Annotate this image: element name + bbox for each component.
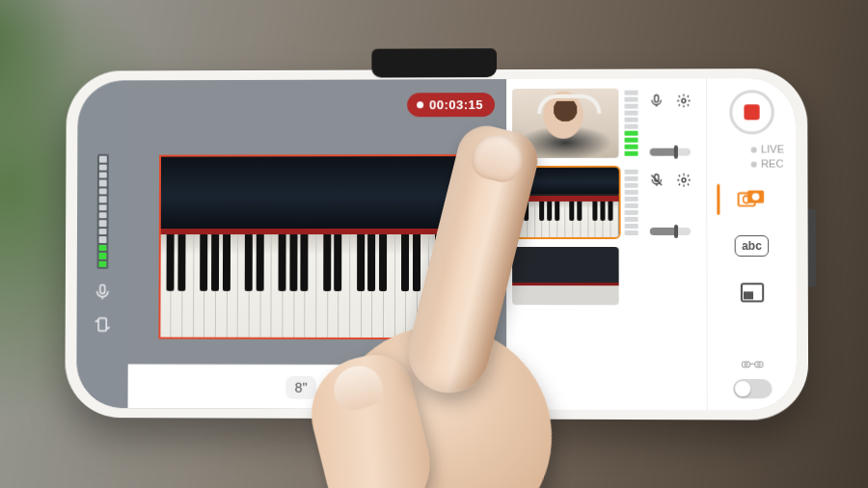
gain-slider-2[interactable]: [650, 228, 691, 235]
master-vu-meter: [96, 154, 108, 269]
source-row-2: [512, 168, 700, 237]
svg-point-3: [682, 98, 686, 102]
recording-time-pill: 00:03:15: [407, 93, 495, 117]
source-vu-2: [625, 168, 638, 237]
svg-rect-13: [742, 362, 749, 367]
svg-rect-1: [98, 318, 106, 331]
stop-square-icon: [744, 104, 759, 120]
camera-link-toggle[interactable]: [732, 379, 772, 398]
source-row-3: [512, 247, 700, 305]
mic-icon[interactable]: [93, 283, 112, 302]
app-screen: 00:03:15: [76, 78, 797, 410]
camera-link-group: [732, 354, 772, 399]
recording-elapsed: 00:03:15: [429, 97, 483, 112]
mic-on-icon[interactable]: [646, 91, 667, 112]
svg-rect-15: [754, 362, 762, 367]
source-thumb-front-cam[interactable]: [512, 89, 618, 158]
tab-text-overlay[interactable]: abc: [728, 227, 775, 265]
source-thumb-back-cam[interactable]: [512, 168, 619, 237]
tab-pip-layout[interactable]: [728, 273, 775, 312]
right-control-column: LIVE REC abc: [706, 78, 797, 410]
svg-rect-2: [655, 95, 659, 102]
tab-camera-switch[interactable]: [728, 179, 775, 218]
duration-chip[interactable]: 8": [285, 375, 317, 398]
source-vu-1: [624, 89, 637, 158]
mode-rec-label: REC: [761, 158, 784, 170]
svg-point-10: [751, 193, 759, 201]
gear-icon[interactable]: [673, 90, 694, 111]
play-button[interactable]: [326, 376, 347, 397]
abc-label: abc: [735, 235, 769, 257]
camera-link-icon: [742, 354, 763, 375]
source-controls-2: [644, 168, 697, 237]
svg-rect-0: [100, 285, 105, 293]
svg-point-6: [682, 178, 686, 182]
preview-content-piano: [160, 156, 475, 338]
mode-indicator[interactable]: LIVE REC: [751, 142, 784, 172]
left-tool-strip: [76, 80, 129, 408]
live-preview-frame[interactable]: [158, 154, 476, 339]
svg-point-16: [757, 364, 760, 366]
record-button[interactable]: [729, 90, 774, 134]
rotate-icon[interactable]: [93, 315, 112, 335]
main-preview-area: 00:03:15: [128, 79, 507, 409]
phone-frame: 00:03:15: [65, 68, 808, 420]
recording-dot-icon: [417, 101, 423, 108]
source-controls-1: [644, 88, 697, 157]
source-row-1: [512, 88, 700, 158]
svg-rect-12: [744, 292, 751, 298]
sources-panel: [506, 78, 707, 410]
mic-muted-icon[interactable]: [646, 170, 667, 191]
source-thumb-wide-cam[interactable]: [512, 247, 619, 305]
transport-bar: 8": [128, 364, 507, 409]
gear-icon[interactable]: [673, 170, 694, 191]
svg-point-14: [745, 364, 747, 366]
gain-slider-1[interactable]: [650, 149, 691, 156]
mode-live-label: LIVE: [761, 143, 784, 154]
